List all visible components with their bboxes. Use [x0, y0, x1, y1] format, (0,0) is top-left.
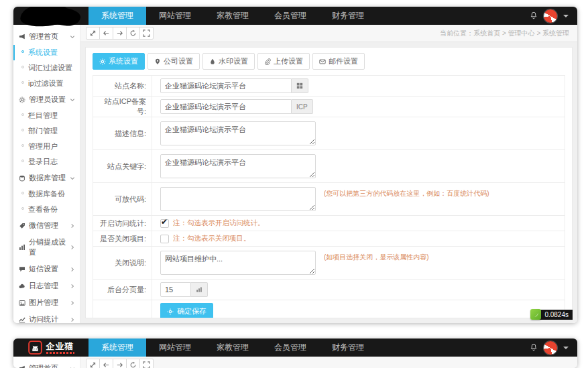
nav-tab-website[interactable]: 网站管理	[146, 7, 204, 25]
save-button[interactable]: 确定保存	[160, 303, 213, 318]
tab-system-settings[interactable]: 系统设置	[93, 53, 145, 70]
sidebar-group-wechat[interactable]: 微信管理	[13, 217, 80, 234]
field-label: 站点ICP备案号:	[93, 97, 152, 117]
back-arrow-button[interactable]	[99, 27, 113, 40]
sidebar-group-commission[interactable]: 分销提成设置	[13, 234, 80, 261]
refresh-button[interactable]	[126, 359, 140, 368]
bullet-dot	[21, 160, 24, 162]
tab-upload-settings[interactable]: 上传设置	[257, 53, 310, 70]
admin-window-duplicate: 企业猫 系统管理 网站管理 家教管理 会员管理 财务管理 管理首页	[13, 339, 577, 368]
nav-tab-finance[interactable]: 财务管理	[319, 339, 377, 357]
sidebar-item-ip-filter[interactable]: ip过滤设置	[13, 76, 80, 91]
close-note-textarea[interactable]: 网站项目维护中...	[160, 251, 316, 275]
site-name-input[interactable]	[160, 78, 292, 93]
visit-stats-checkbox[interactable]	[160, 219, 169, 228]
sidebar-group-label: 微信管理	[29, 221, 58, 231]
close-project-note: 注：勾选表示关闭项目。	[173, 234, 251, 243]
top-nav-tabs: 系统管理 网站管理 家教管理 会员管理 财务管理	[89, 339, 377, 357]
sidebar-group-database[interactable]: 数据库管理	[13, 170, 80, 186]
page-size-input[interactable]	[160, 282, 191, 297]
close-project-checkbox[interactable]	[160, 235, 169, 243]
nav-tab-member[interactable]: 会员管理	[261, 7, 319, 25]
chevron-down-icon[interactable]	[563, 15, 569, 20]
chevron-down-icon[interactable]	[563, 347, 569, 352]
tab-mail-settings[interactable]: 邮件设置	[312, 53, 365, 70]
tab-label: 上传设置	[274, 56, 303, 66]
nav-tab-tutor[interactable]: 家教管理	[204, 7, 261, 25]
forward-arrow-button[interactable]	[113, 359, 127, 368]
sidebar-item-db-backup[interactable]: 数据库备份	[13, 186, 80, 202]
form-row-site-name: 站点名称:	[93, 76, 565, 97]
nav-tab-member[interactable]: 会员管理	[261, 339, 319, 357]
sidebar-partial: 管理首页	[13, 357, 80, 368]
nav-tab-system[interactable]: 系统管理	[89, 7, 146, 25]
sidebar-group-sms[interactable]: 短信设置	[13, 261, 80, 278]
field-label: 关闭说明:	[93, 247, 152, 279]
sidebar-group-label: 图片管理	[29, 298, 58, 308]
sidebar-group-admin-settings[interactable]: 管理员设置	[13, 91, 80, 108]
map-marker-icon	[154, 58, 161, 65]
tab-label: 系统设置	[109, 56, 138, 66]
nav-tab-tutor[interactable]: 家教管理	[204, 339, 261, 357]
sidebar-group-label: 管理员设置	[29, 95, 66, 105]
refresh-button[interactable]	[126, 27, 140, 40]
sidebar-item-label: 栏目管理	[28, 111, 58, 121]
field-label: 开启访问统计:	[93, 216, 152, 231]
visit-stats-note: 注：勾选表示开启访问统计。	[173, 219, 265, 228]
user-avatar[interactable]	[544, 341, 557, 355]
field-label: 站点名称:	[93, 76, 152, 96]
settings-form: 站点名称: 站点ICP备案号:	[93, 75, 565, 318]
gear-icon	[99, 58, 106, 65]
sidebar-item-word-filter[interactable]: 词汇过滤设置	[13, 60, 80, 76]
form-row-page-size: 后台分页量:	[93, 280, 565, 300]
sidebar-item-column-mgmt[interactable]: 栏目管理	[13, 108, 80, 123]
sidebar-item-login-log[interactable]: 登录日志	[13, 154, 80, 170]
fullscreen-button[interactable]	[139, 359, 154, 368]
form-row-submit: 确定保存	[93, 300, 565, 318]
sidebar-item-label: 管理用户	[28, 141, 58, 151]
database-icon	[19, 175, 25, 182]
sidebar-item-admin-users[interactable]: 管理用户	[13, 139, 80, 154]
tab-watermark-settings[interactable]: 水印设置	[202, 53, 255, 70]
sidebar-group-images[interactable]: 图片管理	[13, 294, 80, 311]
sidebar-item-system-settings[interactable]: 系统设置	[13, 45, 80, 60]
bell-icon[interactable]	[530, 343, 538, 352]
sidebar-group-logs[interactable]: 日志管理	[13, 278, 80, 294]
sidebar-group-visit-stats[interactable]: 访问统计	[13, 311, 80, 323]
user-avatar[interactable]	[544, 9, 557, 23]
content-toolbar: 当前位置：系统首页 > 管理中心 > 系统管理	[80, 25, 577, 42]
embed-code-textarea[interactable]	[160, 187, 316, 211]
sidebar-group-admin-home[interactable]: 管理首页	[13, 360, 80, 368]
nav-tab-finance[interactable]: 财务管理	[319, 7, 377, 25]
back-arrow-button[interactable]	[99, 359, 113, 368]
form-row-keywords: 站点关键字: 企业猫源码论坛演示平台	[93, 150, 565, 183]
panel-wrap: 系统设置 公司设置 水印设置 上传设置	[80, 42, 577, 323]
sidebar-item-label: ip过滤设置	[28, 78, 64, 88]
brand-logo[interactable]: 企业猫	[13, 339, 89, 357]
bell-icon[interactable]	[530, 11, 538, 20]
sidebar-item-view-backup[interactable]: 查看备份	[13, 202, 80, 217]
bullet-dot	[21, 81, 24, 84]
resize-diagonal-button[interactable]	[86, 359, 100, 368]
content-area-partial	[80, 357, 577, 368]
page-speed-indicator: 0.0824s	[530, 309, 573, 320]
description-textarea[interactable]: 企业猫源码论坛演示平台	[160, 121, 316, 145]
tab-label: 水印设置	[219, 56, 248, 66]
icp-number-input[interactable]	[160, 99, 292, 114]
fullscreen-button[interactable]	[139, 27, 154, 40]
field-label: 是否关闭项目:	[93, 231, 152, 246]
forward-arrow-button[interactable]	[113, 27, 127, 40]
brand-title: 企业猫	[46, 342, 74, 351]
keywords-textarea[interactable]: 企业猫源码论坛演示平台	[160, 154, 316, 178]
bullet-dot	[21, 66, 24, 68]
tab-company-settings[interactable]: 公司设置	[148, 53, 200, 70]
sidebar-item-dept-mgmt[interactable]: 部门管理	[13, 123, 80, 139]
resize-diagonal-button[interactable]	[86, 27, 100, 40]
form-row-close-note: 关闭说明: 网站项目维护中... (如项目选择关闭，显示该属性内容)	[93, 247, 565, 280]
nav-tab-system[interactable]: 系统管理	[89, 339, 146, 357]
sidebar-item-label: 数据库备份	[28, 189, 65, 199]
sidebar-group-admin-home[interactable]: 管理首页	[13, 28, 80, 45]
nav-tab-website[interactable]: 网站管理	[146, 339, 204, 357]
grid-addon-button[interactable]	[292, 78, 308, 93]
content-toolbar	[80, 357, 577, 368]
